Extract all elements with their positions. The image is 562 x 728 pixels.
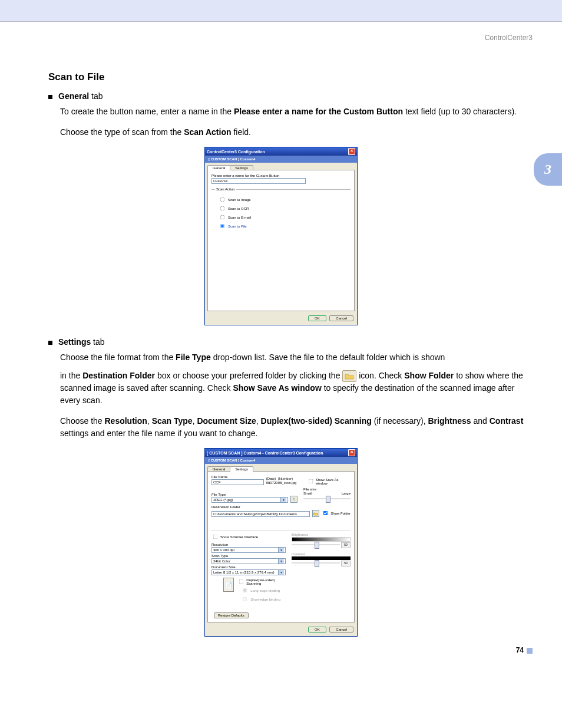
- top-band: [0, 0, 562, 22]
- bullet-settings-tab: Settings tab: [48, 337, 533, 347]
- radio-scan-to-file[interactable]: Scan to File: [215, 222, 347, 230]
- general-tab-suffix: tab: [89, 91, 103, 101]
- dialog-settings: [ CUSTOM SCAN ] Custom4 - ControlCenter3…: [204, 448, 358, 637]
- file-name-input[interactable]: [211, 479, 264, 485]
- custom-name-input[interactable]: [211, 178, 306, 184]
- custom-name-label: Please enter a name for the Custom Butto…: [211, 174, 351, 177]
- dialog-button-row: OK Cancel: [205, 623, 357, 636]
- dialog-subtitle: [ CUSTOM SCAN ] Custom4: [205, 457, 357, 464]
- section-title: Scan to File: [48, 71, 533, 83]
- scan-action-legend: Scan Action: [215, 187, 236, 191]
- brightness-label: Brightness: [292, 533, 351, 536]
- paragraph-5: Choose the Resolution, Scan Type, Docume…: [60, 415, 533, 440]
- close-icon[interactable]: ×: [348, 449, 355, 456]
- cancel-button[interactable]: Cancel: [329, 627, 353, 633]
- scan-type-label: Scan Type: [211, 554, 286, 558]
- paragraph-4: in the Destination Folder box or choose …: [60, 370, 533, 407]
- paragraph-1: To create the button name, enter a name …: [60, 106, 533, 118]
- folder-icon: [313, 512, 318, 516]
- contrast-label: Contrast: [292, 552, 351, 556]
- ok-button[interactable]: OK: [308, 627, 326, 633]
- settings-tab-suffix: tab: [91, 337, 104, 347]
- dialog-button-row: OK Cancel: [205, 312, 357, 325]
- file-name-label: File Name: [211, 475, 264, 479]
- resolution-dropdown[interactable]: 300 x 300 dpi▼: [211, 547, 286, 553]
- chevron-down-icon: ▼: [280, 498, 286, 502]
- doc-size-dropdown[interactable]: Letter 8 1/2 x 11 in (215.9 x 279.4 mm)▼: [211, 569, 286, 575]
- date-number-value: 08072008_xxxx.jpg: [266, 481, 301, 485]
- duplex-checkbox[interactable]: Duplex(two-sided) Scanning: [237, 578, 286, 585]
- brightness-slider[interactable]: [292, 544, 340, 545]
- radio-long-edge[interactable]: Long-edge binding: [237, 587, 286, 594]
- restore-defaults-button[interactable]: Restore Defaults: [214, 612, 249, 618]
- tab-panel-settings: File Name (Date) (Number) 08072008_xxxx.…: [207, 471, 355, 622]
- destination-folder-input[interactable]: [211, 511, 310, 517]
- folder-browse-icon: [342, 370, 356, 382]
- chevron-down-icon: ▼: [278, 570, 284, 575]
- duplex-page-icon: 📄: [223, 578, 234, 592]
- file-type-dropdown[interactable]: JPEG (*.jpg)▼: [211, 497, 288, 503]
- dialog-general: ControlCenter3 Configuration × [ CUSTOM …: [204, 147, 358, 325]
- radio-short-edge[interactable]: Short-edge binding: [237, 595, 286, 603]
- contrast-value[interactable]: 50: [341, 561, 351, 566]
- header-doc-title: ControlCenter3: [0, 22, 562, 48]
- brightness-gradient: [292, 537, 351, 542]
- paragraph-2: Choose the type of scan from the Scan Ac…: [60, 126, 533, 139]
- contrast-slider[interactable]: [292, 562, 340, 564]
- dialog-titlebar: ControlCenter3 Configuration ×: [205, 147, 357, 156]
- tab-panel-general: Please enter a name for the Custom Butto…: [207, 170, 355, 311]
- square-bullet-icon: [48, 95, 52, 99]
- square-bullet-icon: [48, 341, 52, 345]
- show-scanner-checkbox[interactable]: Show Scanner Interface: [211, 533, 286, 541]
- browse-folder-button[interactable]: [312, 510, 319, 517]
- chevron-down-icon: ▼: [278, 559, 284, 564]
- radio-scan-to-email[interactable]: Scan to E-mail: [215, 213, 347, 221]
- file-size-label: File size: [303, 487, 351, 491]
- file-size-slider[interactable]: [303, 498, 351, 499]
- close-icon[interactable]: ×: [348, 148, 355, 155]
- cancel-button[interactable]: Cancel: [329, 315, 353, 321]
- chevron-down-icon: ▼: [278, 548, 284, 552]
- scan-type-dropdown[interactable]: 24bit Color▼: [211, 558, 286, 564]
- settings-tab-label: Settings: [58, 337, 91, 347]
- dialog-titlebar: [ CUSTOM SCAN ] Custom4 - ControlCenter3…: [205, 449, 357, 457]
- paragraph-3: Choose the file format from the File Typ…: [60, 351, 533, 364]
- bullet-general-tab: General tab: [48, 91, 533, 101]
- file-type-info-button[interactable]: ¶: [290, 496, 297, 503]
- dialog-title: [ CUSTOM SCAN ] Custom4 - ControlCenter3…: [207, 451, 323, 455]
- scan-action-fieldset: Scan Action Scan to Image Scan to OCR Sc…: [211, 187, 351, 307]
- dialog-title: ControlCenter3 Configuration: [207, 150, 265, 154]
- tab-settings[interactable]: Settings: [230, 466, 253, 472]
- doc-size-label: Document Size: [211, 565, 286, 569]
- general-tab-label: General: [58, 91, 89, 101]
- show-folder-checkbox[interactable]: Show Folder: [322, 509, 351, 517]
- tab-general[interactable]: General: [207, 165, 230, 170]
- radio-scan-to-ocr[interactable]: Scan to OCR: [215, 205, 347, 212]
- show-save-as-checkbox[interactable]: Show Save As window: [307, 477, 351, 485]
- brightness-value[interactable]: 50: [341, 542, 351, 548]
- resolution-label: Resolution: [211, 543, 286, 546]
- ok-button[interactable]: OK: [308, 315, 326, 321]
- page-content: Scan to File General tab To create the b…: [0, 48, 562, 666]
- dialog-subtitle: [ CUSTOM SCAN ] Custom4: [205, 156, 357, 163]
- dest-folder-label: Destination Folder: [211, 505, 351, 509]
- radio-scan-to-image[interactable]: Scan to Image: [215, 196, 347, 203]
- file-type-label: File Type: [211, 493, 288, 496]
- page-number: 74: [516, 646, 533, 654]
